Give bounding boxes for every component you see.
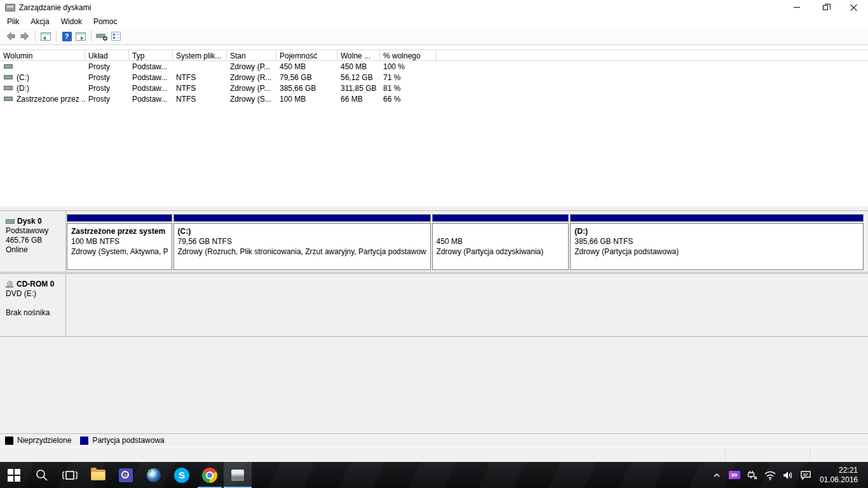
- search-button[interactable]: [28, 462, 56, 488]
- volume-type: Podstaw...: [129, 73, 173, 82]
- toolbar-separator: [56, 30, 57, 42]
- header-filler: [437, 50, 868, 60]
- help-button[interactable]: ?: [60, 29, 74, 43]
- header-free[interactable]: Wolne ...: [337, 50, 380, 60]
- daemon-tools-button[interactable]: [140, 462, 168, 488]
- chrome-icon: [202, 468, 217, 483]
- disk-properties-button[interactable]: [95, 29, 109, 43]
- menubar: Plik Akcja Widok Pomoc: [0, 15, 868, 28]
- volume-icon: [4, 64, 13, 69]
- partition-c[interactable]: (C:) 79,56 GB NTFS Zdrowy (Rozruch, Plik…: [173, 214, 431, 270]
- power-status-button[interactable]: [745, 462, 760, 488]
- table-row[interactable]: Prosty Podstaw... Zdrowy (P... 450 MB 45…: [0, 61, 868, 72]
- power-plug-icon: [746, 470, 759, 481]
- partition-status: Zdrowy (Rozruch, Plik stronicowania, Zrz…: [178, 247, 426, 257]
- cdrom-drive: DVD (E:): [6, 289, 62, 299]
- disk0-label[interactable]: Dysk 0 Podstawowy 465,76 GB Online: [0, 211, 66, 272]
- header-layout[interactable]: Układ: [85, 50, 129, 60]
- start-button[interactable]: [0, 462, 28, 488]
- header-status[interactable]: Stan: [227, 50, 276, 60]
- skype-icon: S: [174, 468, 189, 483]
- header-free-pct[interactable]: % wolnego: [380, 50, 437, 60]
- disk0-partitions: Zastrzeżone przez system 100 MB NTFS Zdr…: [67, 214, 864, 270]
- partition-status: Zdrowy (System, Aktywna, Partycja podsta…: [71, 247, 168, 257]
- attributes-button[interactable]: [109, 29, 123, 43]
- partition-system-reserved[interactable]: Zastrzeżone przez system 100 MB NTFS Zdr…: [67, 214, 172, 270]
- table-row[interactable]: (C:) Prosty Podstaw... NTFS Zdrowy (R...…: [0, 72, 868, 83]
- primary-partition-swatch: [80, 437, 88, 445]
- volume-status: Zdrowy (P...: [227, 62, 276, 71]
- disk0-status: Online: [6, 245, 62, 255]
- table-row[interactable]: (D:) Prosty Podstaw... NTFS Zdrowy (P...…: [0, 83, 868, 93]
- tray-overflow-button[interactable]: [709, 462, 724, 488]
- header-volume[interactable]: Wolumin: [0, 50, 85, 60]
- partition-d[interactable]: (D:) 385,66 GB NTFS Zdrowy (Partycja pod…: [570, 214, 864, 270]
- taskbar-clock[interactable]: 22:21 01.06.2016: [816, 466, 863, 485]
- movies-tv-button[interactable]: [112, 462, 140, 488]
- volume-capacity: 385,66 GB: [276, 84, 337, 93]
- daemon-tools-icon: [147, 468, 161, 482]
- file-explorer-button[interactable]: [84, 462, 112, 488]
- cdrom-label[interactable]: CD-ROM 0 DVD (E:) Brak nośnika: [0, 274, 66, 336]
- volume-layout: Prosty: [85, 95, 129, 104]
- disk-management-taskbar-button[interactable]: [224, 462, 252, 488]
- volume-icon: [4, 75, 13, 79]
- menu-view[interactable]: Widok: [55, 16, 88, 27]
- partition-status: Zdrowy (Partycja odzyskiwania): [437, 247, 565, 257]
- partition-color-bar: [173, 214, 431, 222]
- clock-time: 22:21: [820, 466, 858, 475]
- disk0-row: Dysk 0 Podstawowy 465,76 GB Online Zastr…: [0, 210, 868, 273]
- partition-size: 385,66 GB NTFS: [574, 236, 859, 247]
- statusbar: [0, 447, 868, 462]
- close-icon: [850, 4, 857, 11]
- volume-free-pct: 100 %: [380, 62, 437, 71]
- header-type[interactable]: Typ: [129, 50, 173, 60]
- partition-recovery[interactable]: 450 MB Zdrowy (Partycja odzyskiwania): [432, 214, 569, 270]
- volume-button[interactable]: [780, 462, 796, 488]
- cdrom-name: CD-ROM 0: [17, 280, 54, 289]
- wifi-button[interactable]: [763, 462, 778, 488]
- speaker-icon: [782, 470, 794, 481]
- restore-icon: [823, 5, 828, 10]
- disk0-type: Podstawowy: [6, 226, 62, 236]
- volume-status: Zdrowy (S...: [227, 95, 276, 104]
- volume-status: Zdrowy (P...: [227, 84, 276, 93]
- fps-counter-button[interactable]: 60: [727, 462, 742, 488]
- forward-button[interactable]: [18, 29, 32, 43]
- console-tree-button[interactable]: [39, 29, 53, 43]
- restore-button[interactable]: [811, 0, 839, 15]
- volume-status: Zdrowy (R...: [227, 73, 276, 82]
- menu-file[interactable]: Plik: [1, 16, 25, 27]
- action-pane-button[interactable]: [74, 29, 88, 43]
- window-title: Zarządzanie dyskami: [19, 3, 91, 12]
- volume-name: (C:): [17, 73, 29, 82]
- taskbar: S 60: [0, 462, 868, 488]
- disk-icon: [6, 219, 15, 224]
- volume-name: Zastrzeżone przez ...: [17, 95, 85, 104]
- minimize-button[interactable]: [782, 0, 811, 15]
- unallocated-swatch: [5, 437, 13, 445]
- table-row[interactable]: Zastrzeżone przez ... Prosty Podstaw... …: [0, 93, 868, 104]
- menu-action[interactable]: Akcja: [25, 16, 55, 27]
- clock-date: 01.06.2016: [820, 475, 858, 485]
- legend-item-unallocated: Nieprzydzielone: [5, 436, 71, 445]
- console-tree-icon: [41, 32, 51, 41]
- menu-help[interactable]: Pomoc: [88, 16, 123, 27]
- action-center-button[interactable]: [798, 462, 813, 488]
- forward-arrow-icon: [20, 31, 30, 41]
- volume-fs: NTFS: [173, 95, 227, 104]
- partition-color-bar: [67, 214, 172, 222]
- volume-list: Prosty Podstaw... Zdrowy (P... 450 MB 45…: [0, 61, 868, 207]
- disk-management-icon: [230, 469, 245, 482]
- chrome-button[interactable]: [196, 462, 224, 488]
- partition-title: Zastrzeżone przez system: [71, 226, 168, 236]
- skype-button[interactable]: S: [168, 462, 196, 488]
- header-filesystem[interactable]: System plik...: [173, 50, 227, 60]
- disk0-name: Dysk 0: [17, 217, 42, 226]
- header-capacity[interactable]: Pojemność: [276, 50, 337, 60]
- close-button[interactable]: [839, 0, 868, 15]
- back-button[interactable]: [4, 29, 18, 43]
- partition-color-bar: [432, 214, 569, 222]
- task-view-button[interactable]: [56, 462, 84, 488]
- disk-magnifier-icon: [96, 32, 107, 41]
